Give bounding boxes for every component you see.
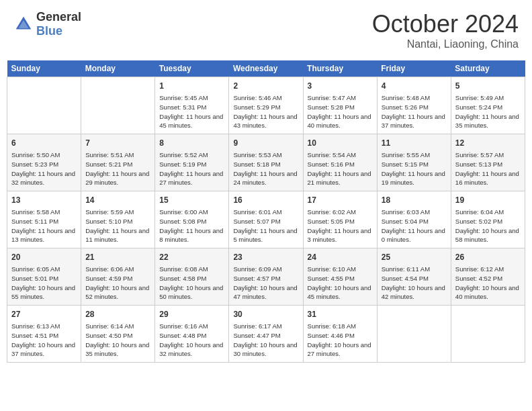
day-number: 20 — [11, 251, 77, 263]
calendar-cell: 5Sunrise: 5:49 AM Sunset: 5:24 PM Daylig… — [451, 77, 525, 134]
day-number: 21 — [85, 251, 150, 263]
day-number: 11 — [382, 137, 447, 149]
day-number: 10 — [308, 137, 373, 149]
calendar-cell: 16Sunrise: 6:01 AM Sunset: 5:07 PM Dayli… — [229, 191, 303, 248]
day-number: 22 — [159, 251, 224, 263]
day-number: 17 — [308, 194, 373, 206]
day-number: 8 — [159, 137, 224, 149]
calendar-cell: 19Sunrise: 6:04 AM Sunset: 5:02 PM Dayli… — [451, 191, 525, 248]
day-number: 27 — [11, 308, 77, 320]
weekday-header-wednesday: Wednesday — [229, 60, 303, 77]
calendar-cell — [451, 306, 525, 363]
day-info: Sunrise: 5:57 AM Sunset: 5:13 PM Dayligh… — [455, 150, 521, 187]
logo: General Blue — [13, 10, 81, 38]
calendar-cell: 1Sunrise: 5:45 AM Sunset: 5:31 PM Daylig… — [155, 77, 229, 134]
title-block: October 2024 Nantai, Liaoning, China — [372, 10, 519, 50]
day-number: 9 — [233, 137, 298, 149]
weekday-header-monday: Monday — [81, 60, 155, 77]
weekday-header-tuesday: Tuesday — [155, 60, 229, 77]
day-info: Sunrise: 5:50 AM Sunset: 5:23 PM Dayligh… — [11, 150, 77, 187]
day-info: Sunrise: 5:58 AM Sunset: 5:11 PM Dayligh… — [11, 208, 77, 244]
day-info: Sunrise: 6:17 AM Sunset: 4:47 PM Dayligh… — [233, 322, 298, 359]
day-number: 30 — [233, 308, 298, 320]
calendar-cell: 21Sunrise: 6:06 AM Sunset: 4:59 PM Dayli… — [81, 248, 155, 306]
day-info: Sunrise: 5:55 AM Sunset: 5:15 PM Dayligh… — [382, 150, 447, 187]
calendar-cell: 27Sunrise: 6:13 AM Sunset: 4:51 PM Dayli… — [7, 306, 81, 363]
day-info: Sunrise: 6:12 AM Sunset: 4:52 PM Dayligh… — [455, 265, 521, 302]
calendar-cell: 13Sunrise: 5:58 AM Sunset: 5:11 PM Dayli… — [7, 191, 81, 248]
day-info: Sunrise: 6:01 AM Sunset: 5:07 PM Dayligh… — [233, 208, 298, 244]
day-number: 3 — [308, 80, 373, 92]
logo-blue-text: Blue — [36, 24, 62, 38]
weekday-header-thursday: Thursday — [303, 60, 377, 77]
day-number: 24 — [308, 251, 373, 263]
day-info: Sunrise: 5:54 AM Sunset: 5:16 PM Dayligh… — [308, 150, 373, 187]
calendar-week-5: 27Sunrise: 6:13 AM Sunset: 4:51 PM Dayli… — [7, 306, 525, 363]
calendar-cell: 24Sunrise: 6:10 AM Sunset: 4:55 PM Dayli… — [303, 248, 377, 306]
day-number: 4 — [382, 80, 447, 92]
day-info: Sunrise: 5:49 AM Sunset: 5:24 PM Dayligh… — [455, 93, 521, 130]
day-info: Sunrise: 6:16 AM Sunset: 4:48 PM Dayligh… — [159, 322, 224, 359]
day-info: Sunrise: 5:51 AM Sunset: 5:21 PM Dayligh… — [85, 150, 150, 187]
weekday-header-sunday: Sunday — [7, 60, 81, 77]
day-number: 16 — [233, 194, 298, 206]
day-number: 29 — [159, 308, 224, 320]
weekday-header-row: SundayMondayTuesdayWednesdayThursdayFrid… — [7, 60, 525, 77]
day-number: 6 — [11, 137, 77, 149]
calendar-cell: 26Sunrise: 6:12 AM Sunset: 4:52 PM Dayli… — [451, 248, 525, 306]
day-info: Sunrise: 6:08 AM Sunset: 4:58 PM Dayligh… — [159, 265, 224, 302]
day-number: 28 — [85, 308, 150, 320]
day-number: 12 — [455, 137, 521, 149]
calendar-cell: 20Sunrise: 6:05 AM Sunset: 5:01 PM Dayli… — [7, 248, 81, 306]
day-info: Sunrise: 6:03 AM Sunset: 5:04 PM Dayligh… — [382, 208, 447, 244]
calendar-cell: 18Sunrise: 6:03 AM Sunset: 5:04 PM Dayli… — [377, 191, 451, 248]
calendar-cell — [81, 77, 155, 134]
day-info: Sunrise: 5:52 AM Sunset: 5:19 PM Dayligh… — [159, 150, 224, 187]
calendar-week-4: 20Sunrise: 6:05 AM Sunset: 5:01 PM Dayli… — [7, 248, 525, 306]
calendar-cell — [377, 306, 451, 363]
calendar-cell: 31Sunrise: 6:18 AM Sunset: 4:46 PM Dayli… — [303, 306, 377, 363]
day-number: 1 — [159, 80, 224, 92]
calendar-cell: 10Sunrise: 5:54 AM Sunset: 5:16 PM Dayli… — [303, 134, 377, 191]
day-info: Sunrise: 5:59 AM Sunset: 5:10 PM Dayligh… — [85, 208, 150, 244]
day-number: 26 — [455, 251, 521, 263]
day-number: 5 — [455, 80, 521, 92]
calendar-cell: 4Sunrise: 5:48 AM Sunset: 5:26 PM Daylig… — [377, 77, 451, 134]
day-info: Sunrise: 6:10 AM Sunset: 4:55 PM Dayligh… — [308, 265, 373, 302]
weekday-header-friday: Friday — [377, 60, 451, 77]
day-number: 7 — [85, 137, 150, 149]
logo-general-text: General — [36, 10, 81, 24]
day-info: Sunrise: 6:06 AM Sunset: 4:59 PM Dayligh… — [85, 265, 150, 302]
day-info: Sunrise: 6:14 AM Sunset: 4:50 PM Dayligh… — [85, 322, 150, 359]
calendar-cell: 25Sunrise: 6:11 AM Sunset: 4:54 PM Dayli… — [377, 248, 451, 306]
day-info: Sunrise: 5:45 AM Sunset: 5:31 PM Dayligh… — [159, 93, 224, 130]
calendar-cell: 2Sunrise: 5:46 AM Sunset: 5:29 PM Daylig… — [229, 77, 303, 134]
calendar-cell — [7, 77, 81, 134]
day-info: Sunrise: 6:09 AM Sunset: 4:57 PM Dayligh… — [233, 265, 298, 302]
calendar-cell: 15Sunrise: 6:00 AM Sunset: 5:08 PM Dayli… — [155, 191, 229, 248]
calendar-cell: 14Sunrise: 5:59 AM Sunset: 5:10 PM Dayli… — [81, 191, 155, 248]
day-info: Sunrise: 5:48 AM Sunset: 5:26 PM Dayligh… — [382, 93, 447, 130]
day-number: 18 — [382, 194, 447, 206]
calendar-cell: 30Sunrise: 6:17 AM Sunset: 4:47 PM Dayli… — [229, 306, 303, 363]
day-number: 23 — [233, 251, 298, 263]
calendar-cell: 3Sunrise: 5:47 AM Sunset: 5:28 PM Daylig… — [303, 77, 377, 134]
calendar-week-1: 1Sunrise: 5:45 AM Sunset: 5:31 PM Daylig… — [7, 77, 525, 134]
location-title: Nantai, Liaoning, China — [372, 38, 519, 50]
day-number: 14 — [85, 194, 150, 206]
calendar-cell: 17Sunrise: 6:02 AM Sunset: 5:05 PM Dayli… — [303, 191, 377, 248]
calendar-cell: 7Sunrise: 5:51 AM Sunset: 5:21 PM Daylig… — [81, 134, 155, 191]
calendar-week-3: 13Sunrise: 5:58 AM Sunset: 5:11 PM Dayli… — [7, 191, 525, 248]
day-number: 25 — [382, 251, 447, 263]
weekday-header-saturday: Saturday — [451, 60, 525, 77]
day-number: 15 — [159, 194, 224, 206]
calendar-cell: 12Sunrise: 5:57 AM Sunset: 5:13 PM Dayli… — [451, 134, 525, 191]
day-number: 31 — [308, 308, 373, 320]
day-info: Sunrise: 6:13 AM Sunset: 4:51 PM Dayligh… — [11, 322, 77, 359]
day-info: Sunrise: 6:02 AM Sunset: 5:05 PM Dayligh… — [308, 208, 373, 244]
page-header: General Blue October 2024 Nantai, Liaoni… — [7, 7, 525, 54]
calendar-cell: 29Sunrise: 6:16 AM Sunset: 4:48 PM Dayli… — [155, 306, 229, 363]
logo-icon — [13, 14, 34, 34]
day-info: Sunrise: 5:47 AM Sunset: 5:28 PM Dayligh… — [308, 93, 373, 130]
day-info: Sunrise: 5:46 AM Sunset: 5:29 PM Dayligh… — [233, 93, 298, 130]
